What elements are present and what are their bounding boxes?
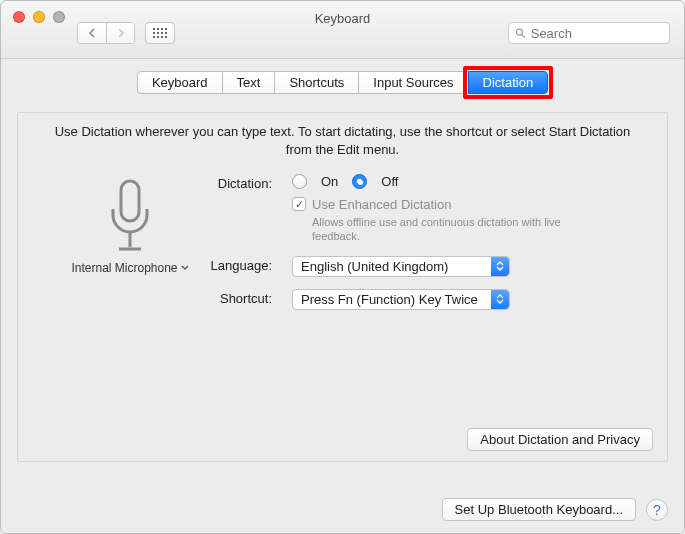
svg-point-0	[516, 29, 522, 35]
preferences-window: Keyboard	[0, 0, 685, 534]
chevron-down-icon	[181, 263, 189, 273]
tab-shortcuts[interactable]: Shortcuts	[274, 71, 359, 94]
tab-bar: Keyboard Text Shortcuts Input Sources Di…	[1, 71, 684, 94]
nav-back-forward	[77, 22, 135, 44]
content-body: Keyboard Text Shortcuts Input Sources Di…	[1, 59, 684, 533]
shortcut-label: Shortcut:	[78, 289, 278, 306]
select-arrows-icon	[491, 290, 509, 309]
about-dictation-button[interactable]: About Dictation and Privacy	[467, 428, 653, 451]
dictation-on-radio[interactable]	[292, 174, 307, 189]
microphone-selector[interactable]: Internal Microphone	[71, 261, 188, 275]
dictation-on-label: On	[321, 174, 338, 189]
tab-dictation[interactable]: Dictation	[468, 71, 549, 94]
forward-button[interactable]	[106, 23, 134, 43]
help-button[interactable]: ?	[646, 499, 668, 521]
window-footer: Set Up Bluetooth Keyboard... ?	[442, 498, 668, 521]
back-button[interactable]	[78, 23, 106, 43]
microphone-label: Internal Microphone	[71, 261, 177, 275]
select-arrows-icon	[491, 257, 509, 276]
microphone-column: Internal Microphone	[50, 177, 210, 275]
search-input[interactable]	[531, 26, 663, 41]
tab-keyboard[interactable]: Keyboard	[137, 71, 223, 94]
dictation-pane: Use Dictation wherever you can type text…	[17, 112, 668, 462]
search-field[interactable]	[508, 22, 670, 44]
setup-bluetooth-button[interactable]: Set Up Bluetooth Keyboard...	[442, 498, 636, 521]
microphone-icon	[103, 177, 157, 257]
grid-icon	[153, 28, 168, 39]
dictation-off-label: Off	[381, 174, 398, 189]
show-all-button[interactable]	[145, 22, 175, 44]
tab-input-sources[interactable]: Input Sources	[358, 71, 468, 94]
description-text: Use Dictation wherever you can type text…	[18, 113, 667, 158]
titlebar: Keyboard	[1, 1, 684, 59]
svg-rect-2	[121, 181, 139, 221]
toolbar	[77, 22, 175, 44]
dictation-radio-group: On Off	[292, 174, 667, 189]
enhanced-dictation-label: Use Enhanced Dictation	[312, 197, 602, 212]
svg-line-1	[522, 35, 525, 38]
dictation-off-radio[interactable]	[352, 174, 367, 189]
enhanced-dictation-checkbox[interactable]: ✓	[292, 197, 306, 211]
shortcut-select[interactable]: Press Fn (Function) Key Twice	[292, 289, 510, 310]
search-icon	[515, 27, 526, 39]
tab-text[interactable]: Text	[222, 71, 276, 94]
language-value: English (United Kingdom)	[301, 259, 448, 274]
shortcut-value: Press Fn (Function) Key Twice	[301, 292, 478, 307]
language-select[interactable]: English (United Kingdom)	[292, 256, 510, 277]
enhanced-dictation-subtext: Allows offline use and continuous dictat…	[312, 215, 602, 244]
tab-dictation-label: Dictation	[483, 75, 534, 90]
